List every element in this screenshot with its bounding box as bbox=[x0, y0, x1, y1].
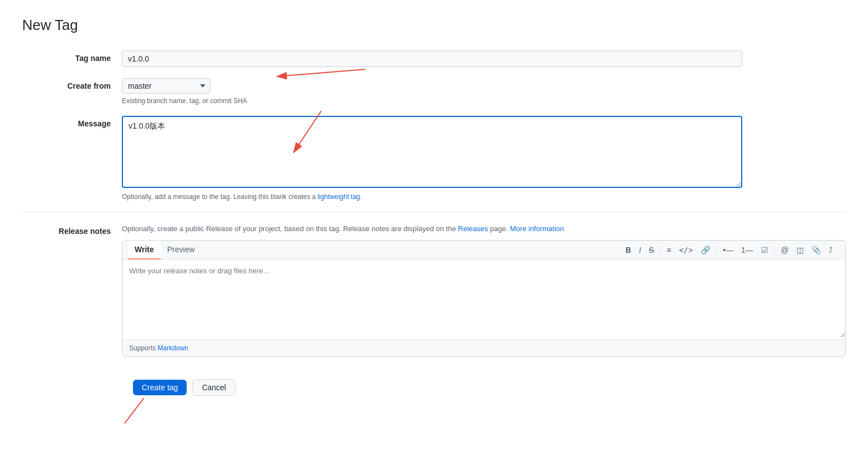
task-list-button[interactable]: ☑ bbox=[758, 244, 771, 256]
message-textarea[interactable]: v1.0.0版本 bbox=[122, 116, 742, 188]
bold-button[interactable]: B bbox=[623, 244, 634, 256]
editor-tab-bar: Write Preview B I S ≡ </> 🔗 •— 1— bbox=[122, 241, 845, 260]
create-from-help: Existing branch name, tag, or commit SHA bbox=[122, 97, 742, 105]
ordered-list-button[interactable]: ≡ bbox=[664, 244, 674, 256]
table-button[interactable]: ◫ bbox=[794, 244, 807, 256]
lightweight-tag-link[interactable]: lightweight tag bbox=[317, 193, 360, 201]
toolbar-sep-1 bbox=[660, 246, 661, 254]
write-tab[interactable]: Write bbox=[128, 241, 161, 259]
strikethrough-button[interactable]: S bbox=[646, 244, 656, 256]
release-notes-label: Release notes bbox=[22, 223, 122, 236]
section-divider bbox=[22, 212, 846, 212]
code-button[interactable]: </> bbox=[676, 244, 696, 256]
release-notes-textarea[interactable] bbox=[122, 260, 845, 338]
toolbar-sep-2 bbox=[716, 246, 717, 254]
svg-line-1 bbox=[277, 69, 366, 76]
release-notes-editor: Write Preview B I S ≡ </> 🔗 •— 1— bbox=[122, 240, 846, 357]
more-info-link[interactable]: More information bbox=[510, 225, 564, 233]
message-label: Message bbox=[22, 116, 122, 128]
markdown-link[interactable]: Markdown bbox=[157, 344, 188, 352]
message-help: Optionally, add a message to the tag. Le… bbox=[122, 193, 742, 201]
fullscreen-button[interactable]: ⤴ bbox=[826, 244, 835, 256]
numbered-list-button[interactable]: 1— bbox=[738, 244, 756, 256]
tag-name-label: Tag name bbox=[22, 50, 122, 63]
unordered-list-button[interactable]: •— bbox=[720, 244, 736, 256]
attach-button[interactable]: 📎 bbox=[809, 244, 824, 256]
link-button[interactable]: 🔗 bbox=[698, 244, 713, 256]
editor-footer: Supports Markdown bbox=[122, 339, 845, 356]
editor-toolbar: B I S ≡ </> 🔗 •— 1— ☑ @ ◫ 📎 bbox=[618, 241, 840, 259]
form-actions: Create tag Cancel bbox=[133, 368, 846, 407]
page-title: New Tag bbox=[22, 17, 846, 34]
create-from-label: Create from bbox=[22, 78, 122, 90]
toolbar-sep-3 bbox=[774, 246, 775, 254]
preview-tab[interactable]: Preview bbox=[161, 241, 202, 259]
cancel-button[interactable]: Cancel bbox=[192, 379, 235, 396]
releases-link[interactable]: Releases bbox=[458, 225, 488, 233]
create-from-select[interactable]: master main develop bbox=[122, 78, 210, 94]
editor-body bbox=[122, 260, 845, 339]
mention-button[interactable]: @ bbox=[778, 244, 792, 256]
create-tag-button[interactable]: Create tag bbox=[133, 380, 187, 395]
tag-name-input[interactable] bbox=[122, 50, 742, 67]
italic-button[interactable]: I bbox=[636, 244, 644, 256]
release-notes-description: Optionally, create a public Release of y… bbox=[122, 223, 846, 234]
